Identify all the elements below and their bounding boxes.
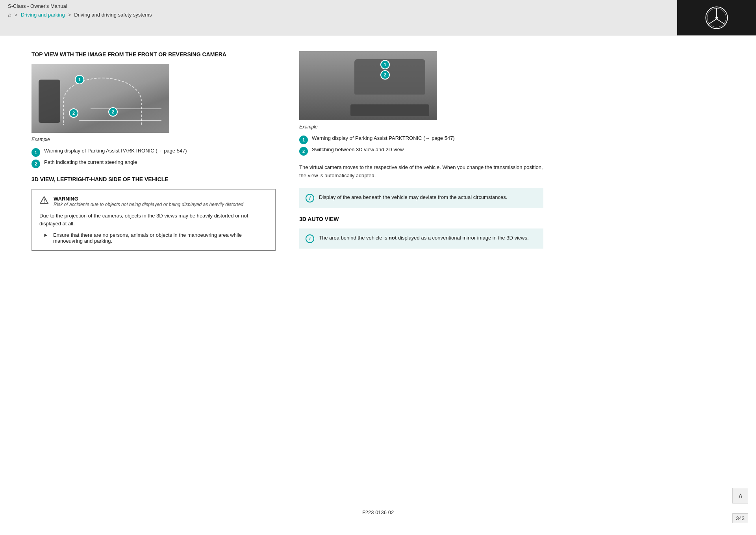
info-icon-1: i <box>306 194 314 202</box>
right-example-label: Example <box>299 124 543 130</box>
left-column: TOP VIEW WITH THE IMAGE FROM THE FRONT O… <box>32 51 276 256</box>
breadcrumb-sep1: > <box>15 12 18 18</box>
mercedes-logo <box>705 6 728 30</box>
warning-body-text: Due to the projection of the cameras, ob… <box>39 212 268 227</box>
svg-text:!: ! <box>44 199 45 203</box>
info2-pre-text: The area behind the vehicle is <box>319 235 389 241</box>
home-icon[interactable]: ⌂ <box>8 11 11 18</box>
info-box-1: i Display of the area beneath the vehicl… <box>299 188 543 208</box>
right-subheading: 3D AUTO VIEW <box>299 216 543 222</box>
right-list-item-1: 1 Warning display of Parking Assist PARK… <box>299 135 543 144</box>
warning-title: WARNING <box>54 196 243 202</box>
left-heading: TOP VIEW WITH THE IMAGE FROM THE FRONT O… <box>32 51 276 58</box>
item-num-1: 1 <box>32 148 40 157</box>
info-text-1: Display of the area beneath the vehicle … <box>319 193 507 201</box>
main-content: TOP VIEW WITH THE IMAGE FROM THE FRONT O… <box>0 35 756 535</box>
car-body-right <box>354 59 425 95</box>
item-text-2: Path indicating the current steering ang… <box>44 159 137 165</box>
left-subheading: 3D VIEW, LEFT/RIGHT-HAND SIDE OF THE VEH… <box>32 176 276 182</box>
marker-1-image: 1 <box>75 75 84 84</box>
car-side-view-graphic: 1 2 <box>299 51 437 120</box>
breadcrumb-current: Driving and driving safety systems <box>74 12 152 18</box>
top-view-image: 1 2 2 <box>32 64 169 133</box>
left-list-item-1: 1 Warning display of Parking Assist PARK… <box>32 148 276 157</box>
right-desc-text: The virtual camera moves to the respecti… <box>299 163 543 180</box>
car-silhouette <box>39 80 60 123</box>
svg-line-3 <box>708 19 717 24</box>
breadcrumb: ⌂ > Driving and parking > Driving and dr… <box>8 11 748 18</box>
scroll-up-icon: ∧ <box>738 491 743 500</box>
page-header: S-Class - Owner's Manual ⌂ > Driving and… <box>0 0 756 35</box>
warning-arrow-icon: ► <box>43 232 48 238</box>
manual-title: S-Class - Owner's Manual <box>8 3 748 9</box>
info-box-2: i The area behind the vehicle is not dis… <box>299 228 543 249</box>
page-footer: F223 0136 02 <box>354 502 402 523</box>
scroll-up-button[interactable]: ∧ <box>732 488 748 503</box>
breadcrumb-link1[interactable]: Driving and parking <box>21 12 65 18</box>
warning-bullet-text: Ensure that there are no persons, animal… <box>53 232 268 244</box>
car-top-view-graphic: 1 2 2 <box>32 64 169 133</box>
warning-triangle-icon: ! <box>39 196 49 205</box>
right-item-num-2: 2 <box>299 147 308 156</box>
logo-area <box>677 0 756 35</box>
right-item-text-1: Warning display of Parking Assist PARKTR… <box>312 135 455 141</box>
right-column: 1 2 Example 1 Warning display of Parking… <box>299 51 543 256</box>
right-item-list: 1 Warning display of Parking Assist PARK… <box>299 135 543 156</box>
info2-post-text: displayed as a conventional mirror image… <box>397 235 528 241</box>
right-marker-2: 2 <box>380 70 390 80</box>
steering-path <box>63 78 142 125</box>
page-number: 343 <box>732 513 748 523</box>
right-item-text-2: Switching between 3D view and 2D view <box>312 147 404 152</box>
marker-2-image-right: 2 <box>108 107 118 117</box>
left-example-label: Example <box>32 137 276 142</box>
svg-line-4 <box>717 19 725 24</box>
item-num-2: 2 <box>32 160 40 168</box>
item-text-1: Warning display of Parking Assist PARKTR… <box>44 148 187 154</box>
breadcrumb-sep2: > <box>68 12 71 18</box>
warning-bullet-item: ► Ensure that there are no persons, anim… <box>39 232 268 244</box>
page-code: F223 0136 02 <box>362 509 394 515</box>
warning-box: ! WARNING Risk of accidents due to objec… <box>32 189 276 251</box>
two-column-layout: TOP VIEW WITH THE IMAGE FROM THE FRONT O… <box>32 51 724 256</box>
info2-bold-text: not <box>389 235 397 241</box>
reversing-camera-image: 1 2 <box>299 51 437 120</box>
left-list-item-2: 2 Path indicating the current steering a… <box>32 159 276 168</box>
right-marker-1: 1 <box>380 60 390 69</box>
left-item-list: 1 Warning display of Parking Assist PARK… <box>32 148 276 168</box>
warning-text-block: WARNING Risk of accidents due to objects… <box>54 196 243 207</box>
warning-header: ! WARNING Risk of accidents due to objec… <box>39 196 268 207</box>
warning-subtitle: Risk of accidents due to objects not bei… <box>54 202 243 207</box>
info-text-2: The area behind the vehicle is not displ… <box>319 234 529 242</box>
right-item-num-1: 1 <box>299 136 308 144</box>
marker-2-image-left: 2 <box>69 108 78 118</box>
svg-point-5 <box>715 17 718 19</box>
right-list-item-2: 2 Switching between 3D view and 2D view <box>299 147 543 156</box>
car-bottom-right <box>350 104 429 116</box>
info-icon-2: i <box>306 234 314 243</box>
